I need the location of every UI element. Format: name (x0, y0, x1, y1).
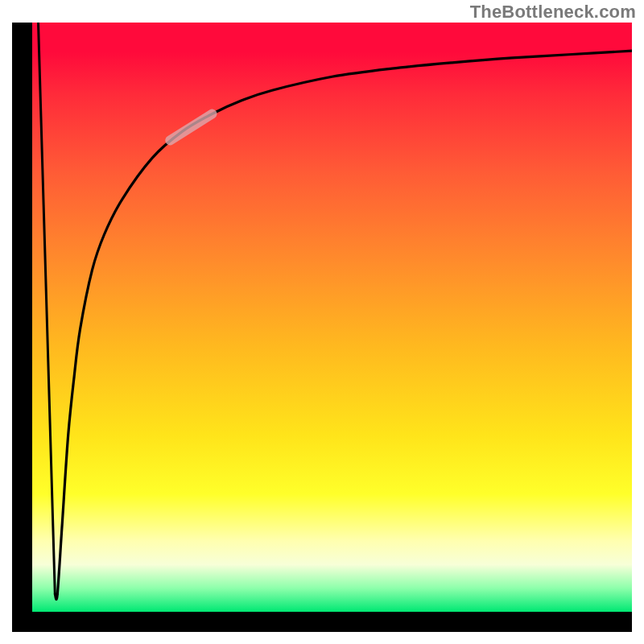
plot-frame (12, 23, 632, 632)
chart-stage: TheBottleneck.com (0, 0, 644, 644)
watermark-text: TheBottleneck.com (470, 2, 636, 23)
highlight-path (170, 114, 212, 141)
curve-layer (32, 23, 632, 612)
plot-area (32, 23, 632, 612)
main-curve-path (55, 51, 632, 599)
left-edge-path (39, 23, 58, 594)
